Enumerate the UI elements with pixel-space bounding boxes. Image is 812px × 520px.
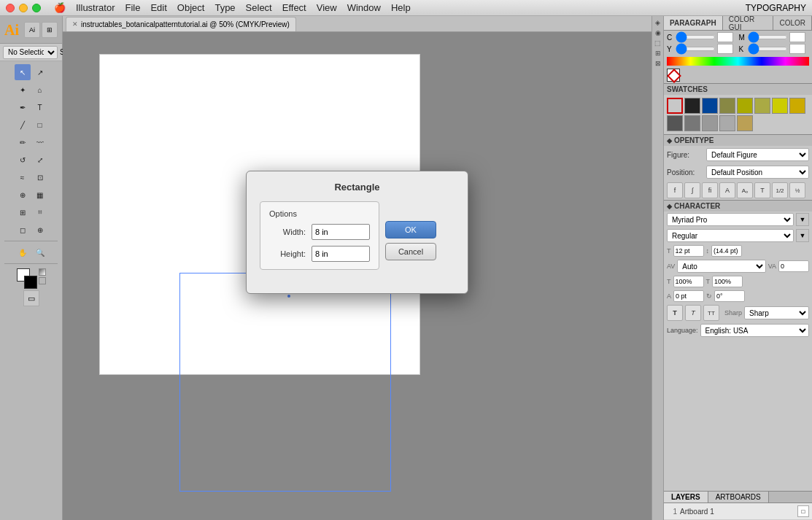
rotate-tool[interactable]: ↺ bbox=[15, 152, 31, 168]
document-tab[interactable]: ✕ instructables_botanicalpatterntutorial… bbox=[66, 17, 296, 31]
color-icon[interactable] bbox=[39, 268, 46, 276]
y-slider[interactable] bbox=[676, 47, 716, 51]
layers-tab[interactable]: LAYERS bbox=[664, 492, 708, 502]
minimize-button[interactable] bbox=[19, 4, 28, 12]
swatch-none[interactable] bbox=[667, 98, 683, 114]
vscale-input[interactable] bbox=[712, 276, 743, 287]
menu-help[interactable]: Help bbox=[391, 2, 411, 13]
fill-swatch[interactable] bbox=[667, 69, 680, 82]
cancel-button[interactable]: Cancel bbox=[385, 243, 436, 260]
selected-rectangle[interactable] bbox=[179, 273, 391, 492]
none-icon[interactable] bbox=[39, 277, 46, 284]
font-style-select[interactable]: Regular bbox=[667, 229, 794, 242]
screen-mode-button[interactable]: ▭ bbox=[23, 290, 39, 306]
ot-altligature[interactable]: A bbox=[719, 182, 735, 198]
rect-tool[interactable]: □ bbox=[32, 117, 48, 133]
ot-standard[interactable]: f bbox=[667, 182, 683, 198]
menu-apple[interactable]: 🍎 bbox=[54, 2, 66, 13]
allcaps-button[interactable]: TT bbox=[703, 305, 719, 321]
hscale-input[interactable] bbox=[673, 276, 704, 287]
artboard-tool[interactable]: ⊞ bbox=[15, 204, 31, 220]
ot-smallcaps[interactable]: Aₐ bbox=[737, 182, 753, 198]
swatch-yellow3[interactable] bbox=[772, 98, 788, 114]
menu-effect[interactable]: Effect bbox=[282, 2, 306, 13]
anti-alias-select[interactable]: Sharp bbox=[744, 306, 809, 319]
direct-select-tool[interactable]: ↗ bbox=[32, 64, 48, 80]
select-tool[interactable]: ↖ bbox=[15, 64, 31, 80]
swatch-gray3[interactable] bbox=[702, 115, 718, 131]
tab-paragraph[interactable]: PARAGRAPH bbox=[664, 16, 723, 30]
magic-wand-tool[interactable]: ✦ bbox=[15, 82, 31, 98]
ot-superscript[interactable]: T bbox=[754, 182, 770, 198]
swatch-black[interactable] bbox=[684, 98, 700, 114]
figure-select[interactable]: Default Figure bbox=[706, 148, 809, 161]
c-value[interactable] bbox=[717, 32, 733, 42]
graph-tool[interactable]: ▦ bbox=[32, 187, 48, 203]
zoom2-tool[interactable]: 🔍 bbox=[32, 244, 48, 260]
tab-color-gui[interactable]: COLOR GUI bbox=[723, 16, 774, 30]
swatch-tan[interactable] bbox=[737, 115, 753, 131]
slice-tool[interactable]: ⌗ bbox=[32, 204, 48, 220]
tracking-input[interactable] bbox=[778, 260, 809, 272]
ok-button[interactable]: OK bbox=[385, 221, 436, 238]
language-select[interactable]: English: USA bbox=[700, 324, 809, 337]
tab-color[interactable]: COLOR bbox=[773, 16, 812, 30]
type-tool[interactable]: T bbox=[32, 99, 48, 115]
menu-window[interactable]: Window bbox=[347, 2, 381, 13]
hand-tool[interactable]: ✋ bbox=[15, 244, 31, 260]
font-size-input[interactable] bbox=[673, 245, 704, 257]
baseline-input[interactable] bbox=[673, 290, 704, 302]
font-expand-button[interactable]: ▼ bbox=[796, 213, 809, 226]
canvas[interactable]: Rectangle Options Width: Height: bbox=[63, 32, 651, 520]
character-arrow[interactable]: ◆ bbox=[667, 203, 672, 210]
free-transform-tool[interactable]: ⊡ bbox=[32, 169, 48, 185]
menu-object[interactable]: Object bbox=[177, 2, 205, 13]
swatch-yellow2[interactable] bbox=[754, 98, 770, 114]
pen-tool[interactable]: ✒ bbox=[15, 99, 31, 115]
bold-button[interactable]: T bbox=[667, 305, 683, 321]
ot-fraction[interactable]: ½ bbox=[789, 182, 805, 198]
panel-icon-3[interactable]: ⬚ bbox=[654, 39, 661, 47]
panel-icon-2[interactable]: ◉ bbox=[655, 29, 661, 36]
swatch-gray2[interactable] bbox=[684, 115, 700, 131]
rotation-input[interactable] bbox=[714, 290, 745, 302]
panel-icon-4[interactable]: ⊞ bbox=[655, 50, 661, 57]
ot-numerator[interactable]: 1/2 bbox=[772, 182, 788, 198]
kerning-select[interactable]: Auto bbox=[677, 260, 765, 273]
close-button[interactable] bbox=[6, 4, 15, 12]
k-value[interactable] bbox=[789, 44, 805, 54]
panel-icon-5[interactable]: ⊠ bbox=[655, 60, 661, 67]
panel-icon-1[interactable]: ◈ bbox=[655, 19, 660, 26]
height-input[interactable] bbox=[312, 246, 370, 262]
scale-tool[interactable]: ⤢ bbox=[32, 152, 48, 168]
eraser-tool[interactable]: ◻ bbox=[15, 222, 31, 238]
maximize-button[interactable] bbox=[32, 4, 41, 12]
layer-item[interactable]: 1 Artboard 1 □ bbox=[664, 503, 812, 520]
swatch-gray4[interactable] bbox=[719, 115, 735, 131]
menu-select[interactable]: Select bbox=[246, 2, 272, 13]
line-tool[interactable]: ╱ bbox=[15, 117, 31, 133]
menu-view[interactable]: View bbox=[317, 2, 337, 13]
symbol-tool[interactable]: ⊕ bbox=[15, 187, 31, 203]
font-name-select[interactable]: Myriad Pro bbox=[667, 213, 794, 226]
swatch-yellow1[interactable] bbox=[737, 98, 753, 114]
color-spectrum[interactable] bbox=[667, 57, 809, 66]
artboards-tab[interactable]: ARTBOARDS bbox=[708, 492, 769, 502]
opentype-arrow[interactable]: ◆ bbox=[667, 137, 672, 144]
swatch-gray1[interactable] bbox=[667, 115, 683, 131]
menu-file[interactable]: File bbox=[125, 2, 140, 13]
m-value[interactable] bbox=[789, 32, 805, 42]
close-tab-icon[interactable]: ✕ bbox=[72, 20, 78, 28]
k-slider[interactable] bbox=[748, 47, 788, 51]
swatch-olive[interactable] bbox=[719, 98, 735, 114]
zoom-tool[interactable]: ⊕ bbox=[32, 222, 48, 238]
ot-ligature[interactable]: fi bbox=[702, 182, 718, 198]
lasso-tool[interactable]: ⌂ bbox=[32, 82, 48, 98]
blob-tool[interactable]: 〰 bbox=[32, 134, 48, 150]
c-slider[interactable] bbox=[676, 35, 716, 39]
font-style-expand[interactable]: ▼ bbox=[796, 229, 809, 242]
library-button[interactable]: Ai bbox=[24, 22, 40, 38]
menu-type[interactable]: Type bbox=[214, 2, 235, 13]
m-slider[interactable] bbox=[748, 35, 788, 39]
leading-input[interactable] bbox=[711, 245, 742, 257]
